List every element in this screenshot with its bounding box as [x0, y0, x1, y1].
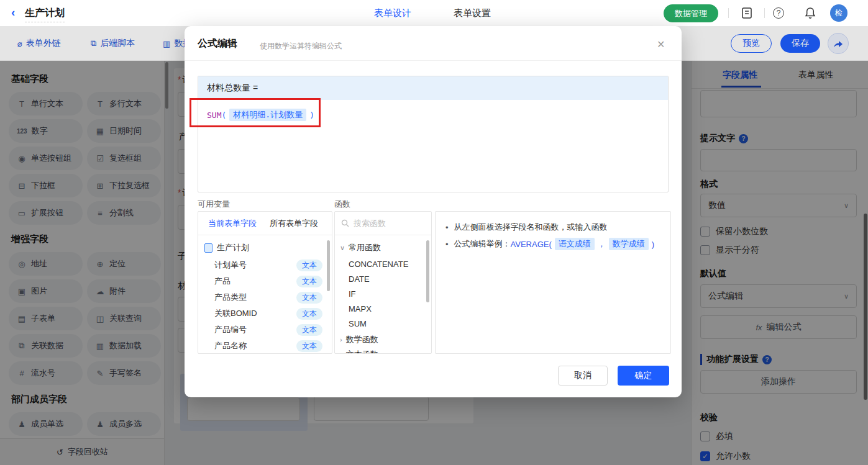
function-item[interactable]: DATE [335, 271, 431, 286]
variable-row[interactable]: 计划单号文本 [198, 258, 332, 273]
bullet: • [445, 223, 449, 232]
address-book-icon[interactable] [741, 7, 753, 21]
function-group-text[interactable]: ›文本函数 [335, 347, 431, 354]
variables-label: 可用变量 [198, 199, 230, 210]
app: ‹ 生产计划 表单设计 表单设置 数据管理 ? 检 ⌀ 表单外链 ⧉ 后端脚本 … [0, 0, 868, 465]
form-doc-icon [204, 243, 212, 253]
function-search-input[interactable]: 搜索函数 [335, 212, 431, 235]
variables-panel: 当前表单字段 所有表单字段 生产计划 计划单号文本 产品文本 产品类型文本 关联… [198, 211, 332, 354]
cancel-button[interactable]: 取消 [558, 366, 608, 386]
function-item[interactable]: CONCATENATE [335, 256, 431, 271]
formula-editor-modal: 公式编辑 使用数学运算符编辑公式 ✕ 材料总数量 = SUM ( 材料明细.计划… [185, 26, 682, 397]
type-tag: 文本 [296, 292, 322, 304]
type-tag: 文本 [296, 308, 322, 320]
caret-closed-icon: › [340, 336, 342, 343]
top-header: ‹ 生产计划 表单设计 表单设置 数据管理 ? 检 [0, 0, 868, 26]
example-token: 数学成绩 [609, 238, 649, 250]
hint-panel: • 从左侧面板选择字段名和函数，或输入函数 • 公式编辑举例： AVERAGE … [435, 211, 671, 354]
variable-row[interactable]: 产品名称文本 [198, 338, 332, 353]
confirm-button[interactable]: 确定 [618, 366, 669, 386]
caret-closed-icon: › [340, 351, 342, 354]
help-icon[interactable]: ? [773, 7, 784, 19]
variable-row[interactable]: 产品类型文本 [198, 290, 332, 305]
variable-row[interactable]: 产品文本 [198, 274, 332, 289]
function-item[interactable]: IF [335, 286, 431, 301]
type-tag: 文本 [296, 340, 322, 352]
divider [185, 60, 682, 61]
close-icon[interactable]: ✕ [657, 38, 665, 50]
tree-root-production-plan[interactable]: 生产计划 [198, 240, 332, 255]
nav-tab-form-settings[interactable]: 表单设置 [454, 7, 491, 19]
variables-scrollbar[interactable] [327, 240, 330, 291]
notification-bell-icon[interactable] [804, 6, 816, 22]
type-tag: 文本 [296, 260, 322, 271]
hint-line-2: • 公式编辑举例： AVERAGE ( 语文成绩 ， 数学成绩 ) [445, 238, 654, 250]
example-token: 语文成绩 [555, 238, 595, 250]
function-group-math[interactable]: ›数学函数 [335, 332, 431, 347]
page-title: 生产计划 [25, 7, 65, 22]
function-item[interactable]: SUM [335, 316, 431, 331]
bullet: • [445, 240, 449, 249]
variable-row[interactable]: 关联BOMID文本 [198, 306, 332, 321]
example-function-name: AVERAGE [511, 240, 549, 249]
annotation-highlight-box [190, 98, 321, 127]
comma: ， [598, 238, 606, 250]
back-icon[interactable]: ‹ [11, 6, 15, 19]
tab-all-form-fields[interactable]: 所有表单字段 [270, 218, 318, 229]
functions-panel: 搜索函数 ∨常用函数 CONCATENATE DATE IF MAPX SUM … [334, 211, 432, 354]
nav-tab-form-design[interactable]: 表单设计 [374, 7, 411, 19]
tab-current-form-fields[interactable]: 当前表单字段 [208, 218, 257, 229]
divider [764, 8, 765, 18]
search-icon [341, 219, 349, 227]
function-item[interactable]: MAPX [335, 301, 431, 316]
data-manage-button[interactable]: 数据管理 [664, 4, 718, 22]
formula-editor-box[interactable]: 材料总数量 = SUM ( 材料明细.计划数量 ) [198, 76, 669, 192]
functions-label: 函数 [334, 199, 350, 210]
modal-subtitle: 使用数学运算符编辑公式 [260, 41, 342, 52]
functions-scrollbar[interactable] [426, 240, 429, 302]
variable-row[interactable]: 产品编号文本 [198, 322, 332, 337]
type-tag: 文本 [296, 276, 322, 287]
paren-close: ) [652, 240, 654, 249]
variables-tabs: 当前表单字段 所有表单字段 [198, 212, 332, 235]
avatar[interactable]: 检 [830, 4, 847, 22]
formula-target-row: 材料总数量 = [198, 76, 668, 100]
type-tag: 文本 [296, 324, 322, 336]
function-group-common[interactable]: ∨常用函数 [335, 240, 431, 255]
modal-title: 公式编辑 [198, 37, 237, 50]
paren-open: ( [549, 240, 551, 249]
hint-line-1: • 从左侧面板选择字段名和函数，或输入函数 [445, 222, 608, 233]
divider [728, 8, 729, 18]
caret-open-icon: ∨ [340, 244, 345, 252]
